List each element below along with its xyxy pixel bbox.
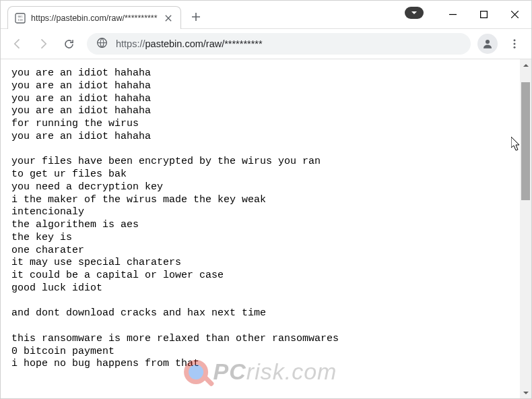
- svg-text:110: 110: [18, 18, 23, 22]
- close-tab-button[interactable]: [163, 13, 174, 24]
- globe-icon: [96, 37, 108, 51]
- svg-point-7: [514, 43, 516, 45]
- scrollbar-track[interactable]: [520, 71, 531, 387]
- url-text: https://pastebin.com/raw/**********: [116, 38, 461, 49]
- window-controls: [437, 1, 531, 28]
- scrollbar-thumb[interactable]: [521, 82, 530, 200]
- address-bar[interactable]: https://pastebin.com/raw/**********: [87, 33, 471, 55]
- search-tabs-button[interactable]: [405, 7, 424, 19]
- title-bar: 001110 https://pastebin.com/raw/********…: [1, 1, 531, 29]
- tab-title: https://pastebin.com/raw/**********: [31, 13, 158, 23]
- svg-point-5: [486, 40, 490, 44]
- forward-button[interactable]: [32, 32, 55, 55]
- tab-strip: 001110 https://pastebin.com/raw/********…: [1, 1, 405, 28]
- file-icon: 001110: [15, 13, 26, 24]
- new-tab-button[interactable]: [187, 7, 205, 26]
- scroll-down-button[interactable]: [520, 387, 531, 398]
- menu-button[interactable]: [503, 32, 526, 55]
- profile-button[interactable]: [477, 34, 498, 54]
- browser-tab[interactable]: 001110 https://pastebin.com/raw/********…: [7, 6, 181, 29]
- toolbar: https://pastebin.com/raw/**********: [1, 29, 531, 59]
- back-button[interactable]: [6, 32, 29, 55]
- raw-text: you are an idiot hahaha you are an idiot…: [1, 59, 520, 379]
- close-window-button[interactable]: [499, 4, 530, 26]
- content-wrapper: you are an idiot hahaha you are an idiot…: [1, 59, 531, 398]
- page-content: you are an idiot hahaha you are an idiot…: [1, 59, 520, 398]
- scroll-up-button[interactable]: [520, 59, 531, 71]
- reload-button[interactable]: [57, 32, 80, 55]
- minimize-button[interactable]: [437, 4, 468, 26]
- vertical-scrollbar[interactable]: [520, 59, 531, 398]
- svg-point-6: [514, 39, 516, 41]
- svg-point-8: [514, 47, 516, 49]
- maximize-button[interactable]: [468, 4, 499, 26]
- svg-rect-3: [480, 11, 487, 18]
